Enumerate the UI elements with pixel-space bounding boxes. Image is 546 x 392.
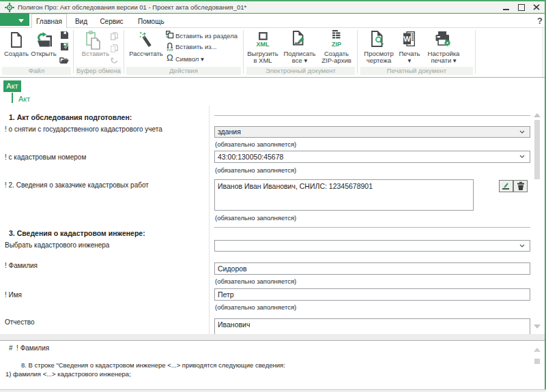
svg-text:W: W — [403, 35, 411, 43]
